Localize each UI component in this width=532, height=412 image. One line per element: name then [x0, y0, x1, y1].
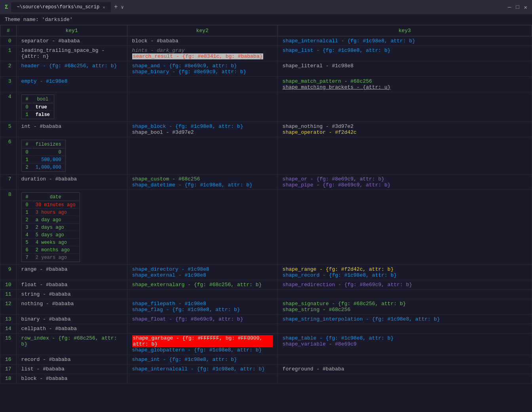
row-15-col2: shape_garbage - {fg: #FFFFFF, bg: #FF000… — [127, 334, 277, 355]
row-17-col1: list - #bababa — [16, 365, 127, 374]
col-hash: # — [0, 25, 17, 36]
row-2-col1: header - {fg: #68c256, attr: b} — [16, 61, 127, 77]
row-num-9: 9 — [0, 265, 17, 280]
row-4-col3 — [277, 92, 532, 122]
row-8-col3 — [277, 190, 532, 265]
theme-name-line: Theme name: 'darkside' — [0, 14, 532, 25]
row-4-col2 — [127, 92, 277, 122]
table-row: 3 empty - #1c98e8 shape_match_pattern - … — [0, 77, 532, 92]
table-row: 0 separator - #bababa block - #bababa sh… — [0, 36, 532, 46]
row-num-16: 16 — [0, 355, 17, 365]
tab-close-icon[interactable]: ✕ — [103, 5, 105, 10]
row-4-col1: # bool 0 true 1 — [16, 92, 127, 122]
row-2-col2: shape_and - {fg: #8e69c9, attr: b} shape… — [127, 61, 277, 77]
row-3-col2 — [127, 77, 277, 92]
row-18-col3 — [277, 374, 532, 384]
row-num-11: 11 — [0, 290, 17, 299]
col-key1: key1 — [16, 25, 127, 36]
close-button[interactable]: ✕ — [524, 4, 527, 11]
row-num-12: 12 — [0, 299, 17, 315]
row-15-col1: row_index - {fg: #68c256, attr: b} — [16, 334, 127, 355]
table-row: 7 duration - #bababa shape_custom - #68c… — [0, 175, 532, 190]
row-1-col2: hints - dark_gray search_result - {fg: #… — [127, 46, 277, 61]
row-5-col3: shape_nothing - #3d97e2 shape_operator -… — [277, 122, 532, 137]
row-10-col3: shape_redirection - {fg: #8e69c9, attr: … — [277, 280, 532, 290]
row-10-col1: float - #bababa — [16, 280, 127, 290]
table-row: 4 # bool 0 — [0, 92, 532, 122]
new-tab-button[interactable]: + — [114, 4, 118, 11]
row-18-col1: block - #bababa — [16, 374, 127, 384]
row-num-6: 6 — [0, 137, 17, 175]
row-8-col2 — [127, 190, 277, 265]
row-num-14: 14 — [0, 324, 17, 334]
row-15-col3: shape_table - {fg: #1c98e8, attr: b} sha… — [277, 334, 532, 355]
row-18-col2 — [127, 374, 277, 384]
row-0-col1: separator - #bababa — [16, 36, 127, 46]
row-1-col3: shape_list - {fg: #1c98e8, attr: b} — [277, 46, 532, 61]
row-2-col3: shape_literal - #1c98e8 — [277, 61, 532, 77]
row-9-col3: shape_range - {fg: #f2d42c, attr: b} sha… — [277, 265, 532, 280]
table-row: 9 range - #bababa shape_directory - #1c9… — [0, 265, 532, 280]
row-17-col2: shape_internalcall - {fg: #1c98e8, attr:… — [127, 365, 277, 374]
row-11-col1: string - #bababa — [16, 290, 127, 299]
table-row: 1 leading_trailing_space_bg - {attr: n} … — [0, 46, 532, 61]
row-13-col1: binary - #bababa — [16, 315, 127, 324]
titlebar: Σ ~\source\repos\forks\nu_scrip ✕ + ∨ — … — [0, 0, 532, 14]
table-row: 16 record - #bababa shape_int - {fg: #1c… — [0, 355, 532, 365]
row-7-col2: shape_custom - #68c256 shape_datetime - … — [127, 175, 277, 190]
bool-mini-table: # bool 0 true 1 — [21, 95, 54, 119]
row-6-col2 — [127, 137, 277, 175]
filesizes-mini-table: # filesizes 0 0 1 — [21, 140, 66, 172]
row-num-5: 5 — [0, 122, 17, 137]
table-row: 10 float - #bababa shape_externalarg - {… — [0, 280, 532, 290]
row-3-col1: empty - #1c98e8 — [16, 77, 127, 92]
row-5-col1: int - #bababa — [16, 122, 127, 137]
row-8-col1: # date 030 minutes ago 13 hours ago 2a d… — [16, 190, 127, 265]
table-row: 14 cellpath - #bababa — [0, 324, 532, 334]
terminal-icon: Σ — [5, 4, 8, 10]
table-row: 6 # filesizes 0 — [0, 137, 532, 175]
table-row: 12 nothing - #bababa shape_filepath - #1… — [0, 299, 532, 315]
row-num-1: 1 — [0, 46, 17, 61]
terminal-body: Theme name: 'darkside' # key1 key2 key3 … — [0, 14, 532, 412]
row-1-col1: leading_trailing_space_bg - {attr: n} — [16, 46, 127, 61]
row-3-col3: shape_match_pattern - #68c256 shape_matc… — [277, 77, 532, 92]
row-num-8: 8 — [0, 190, 17, 265]
row-num-3: 3 — [0, 77, 17, 92]
row-12-col1: nothing - #bababa — [16, 299, 127, 315]
row-num-18: 18 — [0, 374, 17, 384]
row-num-4: 4 — [0, 92, 17, 122]
table-row: 17 list - #bababa shape_internalcall - {… — [0, 365, 532, 374]
table-row: 2 header - {fg: #68c256, attr: b} shape_… — [0, 61, 532, 77]
row-12-col2: shape_filepath - #1c98e8 shape_flag - {f… — [127, 299, 277, 315]
table-row: 11 string - #bababa — [0, 290, 532, 299]
tab-label: ~\source\repos\forks\nu_scrip — [17, 4, 99, 10]
row-11-col3 — [277, 290, 532, 299]
row-14-col2 — [127, 324, 277, 334]
table-row: 5 int - #bababa shape_block - {fg: #1c98… — [0, 122, 532, 137]
row-num-7: 7 — [0, 175, 17, 190]
row-num-15: 15 — [0, 334, 17, 355]
row-13-col3: shape_string_interpolation - {fg: #1c98e… — [277, 315, 532, 324]
row-9-col1: range - #bababa — [16, 265, 127, 280]
col-key2: key2 — [127, 25, 277, 36]
main-table: # key1 key2 key3 0 separator - #bababa b… — [0, 25, 532, 384]
maximize-button[interactable]: □ — [516, 4, 519, 11]
row-num-0: 0 — [0, 36, 17, 46]
tab[interactable]: ~\source\repos\forks\nu_scrip ✕ — [11, 2, 110, 12]
tab-dropdown-icon[interactable]: ∨ — [121, 4, 124, 10]
row-16-col3 — [277, 355, 532, 365]
row-num-17: 17 — [0, 365, 17, 374]
row-6-col1: # filesizes 0 0 1 — [16, 137, 127, 175]
date-mini-table: # date 030 minutes ago 13 hours ago 2a d… — [21, 192, 80, 262]
row-num-2: 2 — [0, 61, 17, 77]
table-row: 13 binary - #bababa shape_float - {fg: #… — [0, 315, 532, 324]
row-num-10: 10 — [0, 280, 17, 290]
row-0-col2: block - #bababa — [127, 36, 277, 46]
minimize-button[interactable]: — — [508, 4, 511, 11]
row-9-col2: shape_directory - #1c98e8 shape_external… — [127, 265, 277, 280]
row-17-col3: foreground - #bababa — [277, 365, 532, 374]
row-16-col2: shape_int - {fg: #1c98e8, attr: b} — [127, 355, 277, 365]
col-key3: key3 — [277, 25, 532, 36]
titlebar-controls: — □ ✕ — [508, 4, 527, 11]
